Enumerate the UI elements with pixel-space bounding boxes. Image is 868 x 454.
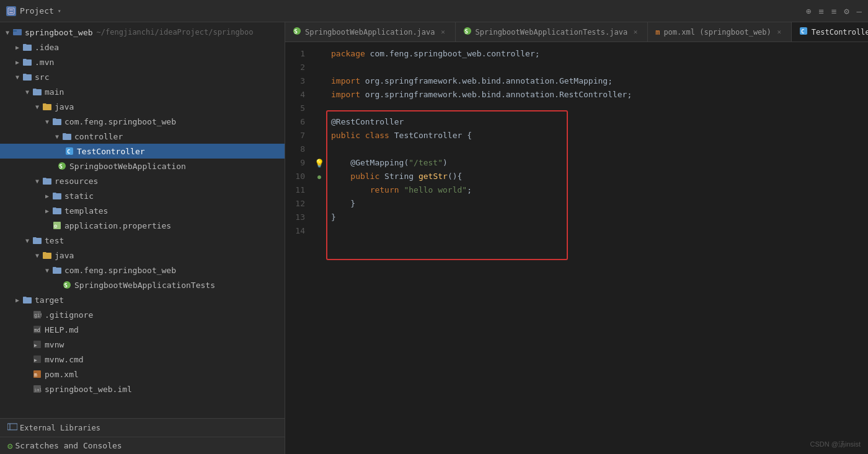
static-label: static [64,191,280,201]
tab-label-sbt: SpringbootWebApplicationTests.java [476,28,628,37]
test-icon [32,235,42,245]
controller-label: controller [74,132,280,141]
svg-text:▶: ▶ [34,357,37,363]
tree-item-test[interactable]: ▼ test [0,233,285,248]
tree-item-iml[interactable]: iml springboot_web.iml [0,382,285,396]
package-main-label: com.feng.springboot_web [64,117,280,126]
tree-item-springboot-app[interactable]: S SpringbootWebApplication [0,159,285,173]
svg-text:C: C [67,149,70,155]
tree-item-mvnwcmd[interactable]: ▶ mvnw.cmd [0,352,285,367]
tree-item-static[interactable]: ▶ static [0,188,285,203]
resources-arrow: ▼ [32,176,42,186]
filter-icon[interactable]: ≡ [831,6,836,16]
package-test-label: com.feng.springboot_web [64,266,280,275]
project-title[interactable]: Project ▾ [6,6,61,16]
tree-item-gitignore[interactable]: git .gitignore [0,307,285,322]
package-main-icon [52,116,62,126]
mvnw-arrow-spacer [22,339,32,349]
tree-item-testcontroller[interactable]: · C TestController [0,144,285,159]
file-tree[interactable]: ▼ springboot_web ~/fengjianchi/ideaProje… [0,22,285,418]
tab-icon-sbt: S [463,27,472,37]
tab-label-pom: pom.xml (springboot_web) [663,28,771,37]
tab-label-sba: SpringbootWebApplication.java [305,28,435,37]
main-area: ▼ springboot_web ~/fengjianchi/ideaProje… [0,22,868,454]
ext-lib-icon [7,422,17,433]
run-gutter-icon[interactable]: ● [314,170,325,183]
code-line-4: import org.springframework.web.bind.anno… [331,88,868,102]
idea-label: .idea [35,43,280,52]
helpmd-arrow-spacer [22,325,32,334]
svg-text:C: C [801,28,804,35]
tab-pom[interactable]: m pom.xml (springboot_web) ✕ [648,22,792,41]
package-test-icon [52,265,62,275]
code-line-7: public class TestController { [331,129,868,142]
tree-item-main[interactable]: ▼ main [0,84,285,99]
scratches-item[interactable]: ⚙ Scratches and Consoles [5,440,125,452]
mvnwcmd-arrow-spacer [22,354,32,364]
sbt-icon: S [62,280,72,290]
tab-label-tc: TestController.java [812,28,868,37]
package-main-arrow: ▼ [42,116,52,126]
tab-close-pom[interactable]: ✕ [775,28,784,37]
tree-item-java-test[interactable]: ▼ java [0,248,285,263]
watermark: CSDN @汤insist [810,440,861,449]
tree-item-helpmd[interactable]: md HELP.md [0,322,285,337]
project-dropdown-icon[interactable]: ▾ [58,7,61,14]
tab-close-sbt[interactable]: ✕ [631,28,640,37]
gitignore-label: .gitignore [45,310,280,320]
tab-springboot-tests[interactable]: S SpringbootWebApplicationTests.java ✕ [456,22,649,41]
props-label: application.properties [64,221,280,230]
sidebar-bottom-bar: External Libraries [0,418,285,437]
minimize-icon[interactable]: — [857,6,862,16]
tree-item-package-test[interactable]: ▼ com.feng.springboot_web [0,263,285,277]
bulb-gutter-icon[interactable]: 💡 [314,156,325,170]
code-line-11: return "hello world"; [331,183,868,197]
external-libraries-item[interactable]: External Libraries [5,421,103,434]
tree-item-target[interactable]: ▶ target [0,292,285,307]
tree-item-mvn[interactable]: ▶ .mvn [0,55,285,69]
tree-item-package-main[interactable]: ▼ com.feng.springboot_web [0,114,285,129]
tab-icon-pom: m [655,28,660,37]
props-arrow-spacer [42,220,52,230]
code-editor[interactable]: 1 2 3 4 5 6 7 8 9 10 11 12 13 14 💡 [285,42,868,454]
tree-item-src[interactable]: ▼ src [0,69,285,84]
tree-item-templates[interactable]: ▶ templates [0,203,285,218]
settings-icon[interactable]: ⚙ [844,6,849,16]
target-arrow: ▶ [12,295,22,305]
svg-text:S: S [294,28,298,35]
svg-text:md: md [34,328,40,333]
target-label: target [35,295,280,305]
tree-item-springboot-tests[interactable]: S SpringbootWebApplicationTests [0,277,285,292]
tab-springboot-app[interactable]: S SpringbootWebApplication.java ✕ [285,22,456,41]
tab-icon-sba: S [293,27,301,37]
tree-root[interactable]: ▼ springboot_web ~/fengjianchi/ideaProje… [0,25,285,40]
scratches-label: Scratches and Consoles [15,441,122,450]
tree-item-mvnw[interactable]: ▶ mvnw [0,337,285,352]
tc-label: TestController [77,147,280,156]
tree-item-app-props[interactable]: ⚙ application.properties [0,218,285,233]
tab-close-sba[interactable]: ✕ [439,28,448,37]
svg-text:iml: iml [34,388,42,393]
sidebar: ▼ springboot_web ~/fengjianchi/ideaProje… [0,22,285,454]
title-bar: Project ▾ ⊕ ≡ ≡ ⚙ — [0,0,868,22]
tree-item-java[interactable]: ▼ java [0,99,285,114]
tab-testcontroller[interactable]: C TestController.java ✕ [792,22,868,41]
idea-arrow: ▶ [12,42,22,52]
navigate-icon[interactable]: ⊕ [806,6,811,16]
tree-item-idea[interactable]: ▶ .idea [0,40,285,55]
svg-text:git: git [34,313,42,318]
svg-rect-25 [7,424,17,430]
project-icon [6,6,16,16]
code-line-3: import org.springframework.web.bind.anno… [331,74,868,88]
main-folder-icon [32,87,42,97]
controller-arrow: ▼ [52,131,62,141]
controller-icon [62,131,72,141]
tree-item-resources[interactable]: ▼ resources [0,173,285,188]
code-content[interactable]: package com.feng.springboot_web.controll… [326,42,868,454]
tab-icon-tc: C [799,27,808,37]
tree-item-pomxml[interactable]: m pom.xml [0,367,285,382]
tree-item-controller[interactable]: ▼ controller [0,129,285,144]
scratches-icon: ⚙ [7,441,12,451]
code-line-14 [331,224,868,238]
structure-icon[interactable]: ≡ [818,6,823,16]
